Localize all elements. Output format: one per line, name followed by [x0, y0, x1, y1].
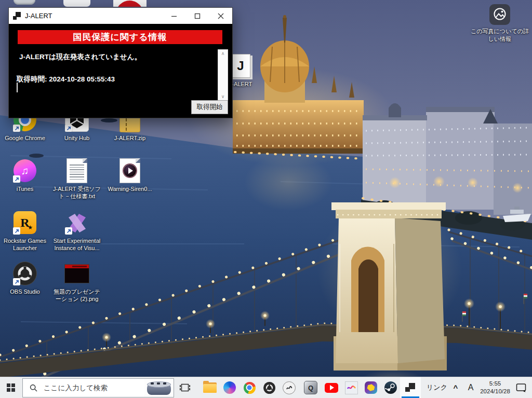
icon-label: OBS Studio [0, 288, 50, 295]
start-button[interactable] [0, 377, 22, 398]
jalert-app-icon [13, 12, 21, 20]
jalert-doc-icon: J [231, 54, 250, 78]
ime-indicator[interactable]: A [463, 377, 478, 398]
disc-app-icon [283, 381, 296, 394]
window-title: J-ALERT [25, 12, 52, 20]
shortcut-arrow-icon [65, 125, 72, 132]
desktop-icon-obs[interactable]: OBS Studio [0, 261, 50, 295]
desktop-icon-rockstar[interactable]: R★ Rockstar Games Launcher [0, 210, 50, 252]
youtube-button[interactable] [321, 377, 342, 398]
icon-label: J-ALERT 受信ソフト－仕様書.txt [52, 185, 102, 200]
scroll-down-icon[interactable]: ∨ [218, 94, 228, 99]
copilot-icon [223, 381, 236, 394]
search-icon [30, 384, 37, 392]
flag-sun [116, 1, 143, 7]
copilot-button[interactable] [219, 377, 240, 398]
tray-chevron-icon[interactable]: ^ [449, 377, 462, 398]
clipchamp-button[interactable] [361, 377, 381, 398]
obs-button[interactable] [259, 377, 280, 398]
desktop-icon-presentation-png[interactable]: 無題のプレゼンテーション (2).png [52, 261, 102, 303]
action-center-button[interactable] [511, 377, 531, 398]
shortcut-arrow-icon [65, 227, 72, 235]
steam-button[interactable] [380, 377, 401, 398]
jalert-window: J-ALERT 国民保護に関する情報 J-ALERTは現在発表されていません。 … [8, 7, 233, 118]
jalert-taskbar-button[interactable] [400, 377, 421, 398]
text-caret [17, 83, 18, 92]
shortcut-arrow-icon [13, 227, 20, 235]
app-disc-button[interactable] [278, 377, 299, 398]
shortcut-arrow-icon [13, 278, 20, 285]
notification-icon [516, 383, 527, 393]
clock-time: 5:55 [489, 380, 501, 388]
bridge-tower [317, 202, 462, 396]
close-button[interactable] [209, 8, 232, 24]
maximize-button[interactable] [185, 8, 209, 24]
desktop-icon-vs-experimental[interactable]: Start Experimental Instance of Visu... [52, 210, 102, 252]
window-client-area: 国民保護に関する情報 J-ALERTは現在発表されていません。 取得時間: 20… [9, 24, 232, 117]
text-document-icon [66, 158, 87, 183]
chrome-button[interactable] [239, 377, 260, 398]
fetch-start-button[interactable]: 取得開始 [191, 100, 228, 114]
cutoff-icon-japan-flag[interactable] [113, 0, 147, 7]
picture-info-icon [489, 4, 510, 25]
tray-link-label[interactable]: リンク [425, 377, 449, 398]
windows-logo-icon [7, 383, 15, 392]
wave-app-icon [345, 381, 358, 394]
search-input[interactable] [43, 383, 144, 392]
spotlight-info-icon[interactable]: この写真についての詳しい情報 [471, 4, 529, 43]
file-explorer-icon [203, 382, 217, 393]
fetch-time-text: 取得時間: 2024-10-28 05:55:43 [17, 75, 115, 84]
taskbar-search-box[interactable] [22, 378, 174, 397]
cutoff-icon-paper[interactable] [14, 0, 35, 5]
image-thumbnail [64, 264, 89, 283]
desktop-icon-jalert-spec-txt[interactable]: J-ALERT 受信ソフト－仕様書.txt [52, 158, 102, 200]
youtube-icon [325, 383, 338, 393]
file-explorer-button[interactable] [200, 377, 220, 398]
shortcut-arrow-icon [13, 125, 20, 132]
clock-date: 2024/10/28 [480, 388, 510, 395]
clipchamp-icon [365, 381, 377, 394]
task-view-button[interactable] [175, 377, 195, 398]
task-view-icon [180, 383, 190, 392]
icon-label: Start Experimental Instance of Visu... [52, 237, 102, 252]
icon-label: Rockstar Games Launcher [0, 237, 50, 252]
minimize-button[interactable] [162, 8, 185, 24]
desktop-icon-warning-siren[interactable]: Warning-Siren0... [105, 158, 155, 193]
q-app-icon: Q [304, 381, 317, 394]
desktop-icon-itunes[interactable]: ♫ iTunes [0, 158, 50, 193]
chrome-icon [244, 382, 256, 394]
media-document-icon [119, 158, 140, 183]
icon-label: iTunes [0, 185, 50, 193]
qapp-button[interactable]: Q [300, 377, 321, 398]
civil-protection-banner: 国民保護に関する情報 [18, 30, 222, 44]
icon-label: Warning-Siren0... [105, 185, 155, 193]
search-highlight-image[interactable] [144, 379, 174, 396]
jalert-app-icon [405, 382, 416, 393]
steam-icon [384, 381, 397, 394]
icon-label: J-ALERT.zip [105, 134, 155, 142]
scrollbar[interactable]: ∧ ∨ [218, 49, 228, 101]
scroll-up-icon[interactable]: ∧ [218, 51, 228, 56]
cutoff-icon-card[interactable] [63, 0, 90, 7]
obs-icon [263, 382, 275, 394]
alert-status-text: J-ALERTは現在発表されていません。 [19, 52, 141, 62]
icon-label: 無題のプレゼンテーション (2).png [52, 288, 102, 303]
wave-app-button[interactable] [341, 377, 362, 398]
icon-label: Google Chrome [0, 134, 50, 142]
shortcut-arrow-icon [13, 175, 20, 183]
window-titlebar[interactable]: J-ALERT [9, 8, 232, 24]
taskbar-clock[interactable]: 5:55 2024/10/28 [479, 377, 511, 398]
icon-label: Unity Hub [52, 134, 102, 142]
taskbar: Q リンク ^ A 5:55 [0, 377, 532, 398]
desktop-screen: Google Chrome Unity Hub J-ALERT.zip ♫ iT… [0, 0, 532, 398]
spotlight-label: この写真についての詳しい情報 [471, 28, 529, 43]
